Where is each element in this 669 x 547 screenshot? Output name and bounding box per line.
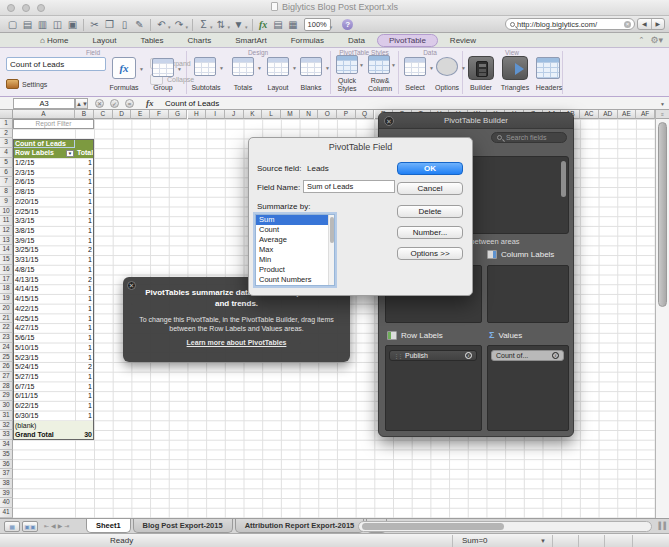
cut-icon[interactable]: ✂: [87, 17, 102, 33]
options-gear-icon[interactable]: [436, 57, 458, 76]
row-header-7[interactable]: 7: [0, 177, 13, 187]
row-header-2[interactable]: 2: [0, 129, 13, 139]
cell-A8[interactable]: 2/8/15: [13, 187, 75, 197]
cell-A9[interactable]: 2/20/15: [13, 197, 75, 207]
cell-A16[interactable]: 4/8/15: [13, 265, 75, 275]
search-field[interactable]: ×: [505, 18, 635, 30]
options-button[interactable]: Options: [430, 84, 464, 91]
split-handle[interactable]: ≡: [656, 110, 669, 119]
values-zone[interactable]: Count of...i: [487, 345, 569, 431]
pill-info-icon[interactable]: i: [465, 352, 472, 359]
subtotals-button[interactable]: Subtotals: [184, 84, 228, 91]
field-settings-icon[interactable]: [6, 79, 19, 89]
collapse-ribbon-icon[interactable]: ⌃: [639, 36, 645, 44]
ribbon-tab-home[interactable]: Home: [28, 35, 80, 46]
cell-blank-value[interactable]: [75, 421, 94, 431]
builder-toggle-button[interactable]: [468, 56, 494, 80]
ribbon-tab-pivottable[interactable]: PivotTable: [377, 34, 438, 47]
cell-A29[interactable]: 6/11/15: [13, 391, 75, 401]
cell-A18[interactable]: 4/14/15: [13, 284, 75, 294]
select-all-corner[interactable]: [0, 110, 13, 119]
column-header-C[interactable]: C: [94, 110, 113, 119]
help-icon[interactable]: ?: [342, 19, 353, 30]
cell-B16[interactable]: 1: [75, 265, 94, 275]
list-scrollbar[interactable]: [328, 215, 334, 285]
insert-function-label[interactable]: fx: [146, 98, 154, 108]
print-icon[interactable]: ▣: [65, 17, 80, 33]
row-header-28[interactable]: 28: [0, 382, 13, 392]
active-field-input[interactable]: [6, 57, 106, 71]
column-header-AD[interactable]: AD: [599, 110, 618, 119]
cell-B30[interactable]: 1: [75, 401, 94, 411]
insert-function-icon[interactable]: fx: [256, 17, 271, 33]
sort-icon-dropdown[interactable]: ▾: [228, 24, 231, 30]
select-icon[interactable]: [404, 57, 426, 76]
cell-B14[interactable]: 2: [75, 245, 94, 255]
row-header-24[interactable]: 24: [0, 343, 13, 353]
formula-content[interactable]: Count of Leads: [165, 99, 219, 108]
cancel-entry-icon[interactable]: ✕: [95, 99, 104, 108]
redo-icon-dropdown[interactable]: ▾: [186, 24, 189, 30]
headers-icon[interactable]: [536, 57, 560, 79]
row-header-3[interactable]: 3: [0, 138, 13, 148]
row-header-40[interactable]: 40: [0, 498, 13, 508]
cell-A5[interactable]: 1/2/15: [13, 158, 75, 168]
summarize-option-max[interactable]: Max: [256, 245, 334, 255]
row-column-button[interactable]: Row& Column: [364, 77, 396, 92]
cell-A22[interactable]: 4/27/15: [13, 323, 75, 333]
quick-styles-icon[interactable]: [336, 55, 358, 74]
ribbon-tab-charts[interactable]: Charts: [176, 35, 224, 46]
delete-button[interactable]: Delete: [397, 205, 463, 218]
cell-B27[interactable]: 1: [75, 372, 94, 382]
ok-button[interactable]: OK: [397, 162, 463, 175]
cell-B9[interactable]: 1: [75, 197, 94, 207]
row-header-14[interactable]: 14: [0, 245, 13, 255]
column-labels-zone[interactable]: [487, 265, 569, 323]
cell-A31[interactable]: 6/30/15: [13, 411, 75, 421]
ribbon-tab-review[interactable]: Review: [438, 35, 488, 46]
cell-blank-label[interactable]: (blank): [13, 421, 75, 431]
row-header-26[interactable]: 26: [0, 362, 13, 372]
value-pill[interactable]: Count of...i: [491, 350, 564, 361]
collapse-button[interactable]: Collapse: [167, 76, 194, 83]
field-list-scrollbar-thumb[interactable]: [561, 161, 566, 197]
cell-A12[interactable]: 3/8/15: [13, 226, 75, 236]
cell-A17[interactable]: 4/13/15: [13, 275, 75, 285]
row-header-33[interactable]: 33: [0, 430, 13, 440]
column-header-O[interactable]: O: [318, 110, 337, 119]
filter-icon[interactable]: ▼: [231, 17, 246, 33]
headers-button[interactable]: Headers: [530, 84, 568, 91]
triangles-toggle-button[interactable]: [502, 56, 528, 80]
row-header-8[interactable]: 8: [0, 187, 13, 197]
paste-icon[interactable]: ▯: [117, 17, 132, 33]
cell-B24[interactable]: 1: [75, 343, 94, 353]
zoom-dropdown-icon[interactable]: ▾: [330, 24, 333, 30]
field-name-input[interactable]: [303, 180, 395, 193]
cell-B19[interactable]: 1: [75, 294, 94, 304]
row-header-29[interactable]: 29: [0, 391, 13, 401]
row-header-16[interactable]: 16: [0, 265, 13, 275]
summarize-by-list[interactable]: SumCountAverageMaxMinProductCount Number…: [255, 214, 335, 286]
cell-B25[interactable]: 1: [75, 353, 94, 363]
name-box-stepper[interactable]: ▲▼: [75, 98, 88, 109]
row-header-12[interactable]: 12: [0, 226, 13, 236]
group-button-icon[interactable]: [152, 58, 174, 77]
row-header-11[interactable]: 11: [0, 216, 13, 226]
builder-close-icon[interactable]: ✕: [384, 116, 394, 126]
cell-B18[interactable]: 1: [75, 284, 94, 294]
column-header-I[interactable]: I: [206, 110, 225, 119]
sort-icon[interactable]: ⇅: [214, 17, 229, 33]
forward-button[interactable]: ▶: [652, 19, 665, 29]
row-column-icon[interactable]: [368, 55, 390, 74]
row-header-15[interactable]: 15: [0, 255, 13, 265]
column-header-AE[interactable]: AE: [618, 110, 637, 119]
row-header-4[interactable]: 4: [0, 148, 13, 158]
confirm-entry-icon[interactable]: ✓: [110, 99, 119, 108]
row-header-20[interactable]: 20: [0, 304, 13, 314]
sheet-tab-scroll-arrows[interactable]: ⇤◀▶⇥: [44, 522, 71, 529]
cell-A13[interactable]: 3/9/15: [13, 236, 75, 246]
layout-icon[interactable]: [267, 57, 289, 76]
ribbon-tab-tables[interactable]: Tables: [128, 35, 175, 46]
ribbon-tab-smartart[interactable]: SmartArt: [223, 35, 279, 46]
search-input[interactable]: [517, 20, 624, 29]
